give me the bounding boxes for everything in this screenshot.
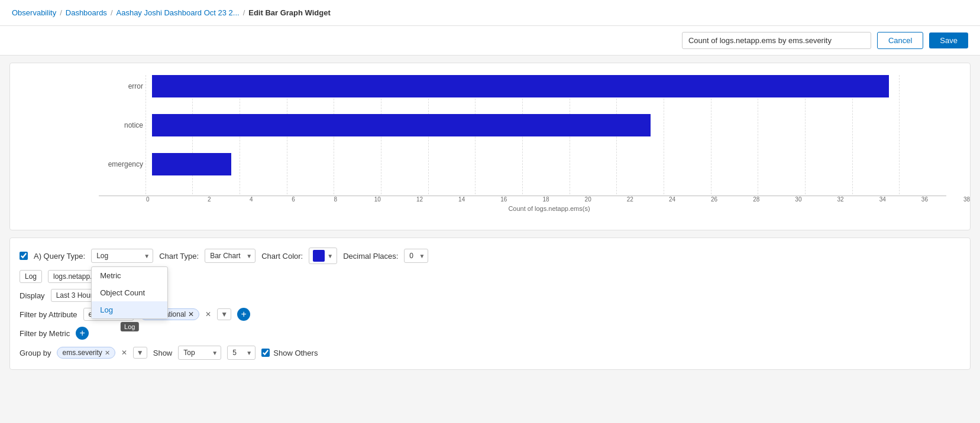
chart-area: error notice emergency	[9, 63, 971, 230]
bar-fill-error	[152, 75, 889, 97]
x-tick-2: 2	[188, 196, 230, 203]
group-by-chevron-icon[interactable]: ▼	[133, 347, 147, 359]
query-type-checkbox[interactable]	[20, 252, 28, 260]
x-tick-6: 6	[272, 196, 314, 203]
config-area: A) Query Type: Log Metric Object Count ▼…	[9, 237, 971, 370]
x-tick-4: 4	[230, 196, 272, 203]
breadcrumb-sep-1: /	[60, 8, 62, 17]
top-value-select[interactable]: 5 10 20	[227, 346, 255, 360]
x-tick-24: 24	[651, 196, 693, 203]
dropdown-item-metric[interactable]: Metric	[92, 267, 167, 284]
chart-color-chevron-icon: ▼	[327, 253, 333, 259]
x-tick-20: 20	[567, 196, 609, 203]
top-bar: Cancel Save	[0, 26, 980, 56]
top-select[interactable]: Top Bottom	[178, 346, 221, 360]
breadcrumb-sep-2: /	[111, 8, 113, 17]
chart-color-swatch	[313, 250, 325, 262]
config-row-group-by: Group by ems.severity ✕ ✕ ▼ Show Top Bot…	[20, 346, 960, 360]
x-tick-26: 26	[693, 196, 735, 203]
bar-fill-notice	[152, 114, 651, 136]
x-tick-12: 12	[399, 196, 441, 203]
filter-attribute-chevron-icon[interactable]: ▼	[217, 308, 231, 320]
filter-attribute-clear-icon[interactable]: ✕	[205, 310, 211, 318]
x-tick-32: 32	[820, 196, 862, 203]
breadcrumb-dashboards[interactable]: Dashboards	[66, 8, 107, 17]
decimal-places-select-wrap[interactable]: 0 1 2 ▼	[404, 249, 428, 263]
bar-track-notice	[152, 114, 946, 136]
bar-label-notice: notice	[99, 121, 143, 129]
x-tick-30: 30	[777, 196, 819, 203]
breadcrumb-page-title: Edit Bar Graph Widget	[248, 8, 331, 17]
top-select-wrap[interactable]: Top Bottom ▼	[178, 346, 221, 360]
breadcrumb-sep-3: /	[243, 8, 245, 17]
query-type-select-wrap[interactable]: Log Metric Object Count ▼	[91, 249, 153, 263]
cancel-button[interactable]: Cancel	[877, 32, 923, 49]
config-row-1: A) Query Type: Log Metric Object Count ▼…	[20, 248, 960, 264]
bar-row-notice: notice	[99, 114, 946, 136]
x-tick-18: 18	[525, 196, 567, 203]
x-tick-36: 36	[904, 196, 946, 203]
chart-color-label: Chart Color:	[261, 252, 303, 261]
x-tick-28: 28	[735, 196, 777, 203]
bar-track-error	[152, 75, 946, 97]
group-by-tag[interactable]: ems.severity ✕	[57, 347, 115, 359]
breadcrumb-dashboard-name[interactable]: Aashay Joshi Dashboard Oct 23 2...	[117, 8, 240, 17]
show-label: Show	[153, 349, 173, 357]
bar-label-emergency: emergency	[99, 160, 143, 168]
bar-fill-emergency	[152, 153, 231, 175]
x-tick-10: 10	[357, 196, 399, 203]
chart-type-select-wrap[interactable]: Bar Chart ▼	[205, 249, 255, 263]
breadcrumb-observability[interactable]: Observability	[12, 8, 56, 17]
bar-track-emergency	[152, 153, 946, 175]
filter-metric-label: Filter by Metric	[20, 329, 70, 338]
show-others-checkbox[interactable]	[261, 349, 270, 357]
filter-attribute-label: Filter by Attribute	[20, 310, 77, 319]
query-type-dropdown[interactable]: Metric Object Count Log Log	[91, 266, 168, 319]
informational-remove-icon[interactable]: ✕	[188, 310, 194, 318]
x-tick-14: 14	[441, 196, 483, 203]
log-tooltip: Log	[121, 322, 138, 331]
query-type-dropdown-wrap[interactable]: Log Metric Object Count ▼ Metric Object …	[91, 249, 153, 263]
chart-color-selector[interactable]: ▼	[309, 248, 337, 264]
filter-attribute-add-button[interactable]: +	[237, 308, 250, 321]
x-tick-38: 38	[946, 196, 980, 203]
x-tick-22: 22	[609, 196, 651, 203]
bar-row-error: error	[99, 75, 946, 97]
bar-row-emergency: emergency	[99, 153, 946, 175]
widget-name-input[interactable]	[682, 32, 871, 49]
x-axis: 0 2 4 6 8 10 12 14 16 18 20 22 24 26 28 …	[99, 196, 946, 203]
decimal-places-select[interactable]: 0 1 2	[404, 249, 428, 263]
group-by-label: Group by	[20, 349, 51, 357]
show-others-wrap: Show Others	[261, 349, 318, 357]
log-tag-button[interactable]: Log	[20, 270, 42, 283]
decimal-places-label: Decimal Places:	[343, 252, 398, 261]
chart-container: error notice emergency	[51, 75, 952, 212]
breadcrumb: Observability / Dashboards / Aashay Josh…	[0, 0, 980, 26]
chart-type-label: Chart Type:	[159, 252, 199, 261]
x-axis-label: Count of logs.netapp.ems(s)	[152, 205, 946, 212]
group-by-clear-icon[interactable]: ✕	[121, 349, 127, 357]
query-type-select[interactable]: Log Metric Object Count	[91, 249, 153, 263]
filter-metric-add-button[interactable]: +	[76, 327, 89, 340]
query-type-label: A) Query Type:	[34, 252, 85, 261]
x-tick-34: 34	[862, 196, 904, 203]
config-row-filter-metric: Filter by Metric +	[20, 327, 960, 340]
show-others-label: Show Others	[273, 349, 318, 357]
dropdown-item-log[interactable]: Log Log	[92, 301, 167, 318]
x-tick-0: 0	[146, 196, 188, 203]
group-by-tag-text: ems.severity	[62, 349, 102, 357]
chart-type-select[interactable]: Bar Chart	[205, 249, 255, 263]
chart-bars: error notice emergency	[99, 75, 946, 193]
save-button[interactable]: Save	[929, 32, 968, 48]
group-by-tag-remove-icon[interactable]: ✕	[105, 349, 110, 357]
top-value-select-wrap[interactable]: 5 10 20 ▼	[227, 346, 255, 360]
dropdown-item-object-count[interactable]: Object Count	[92, 284, 167, 301]
bar-label-error: error	[99, 82, 143, 90]
x-tick-16: 16	[483, 196, 525, 203]
query-type-checkbox-wrap	[20, 252, 28, 260]
display-label: Display	[20, 291, 45, 300]
x-tick-8: 8	[315, 196, 357, 203]
